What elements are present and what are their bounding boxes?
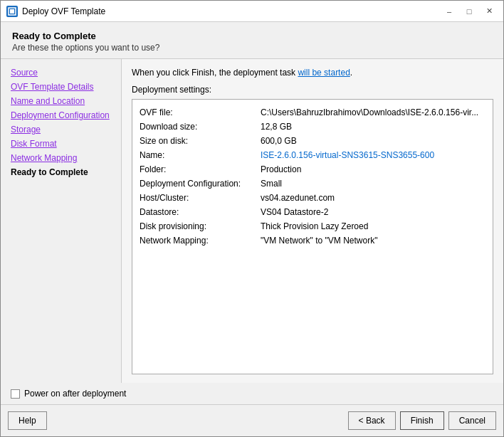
power-on-row: Power on after deployment <box>1 383 503 404</box>
sidebar-item-storage[interactable]: Storage <box>8 123 114 136</box>
footer-left: Help <box>8 411 47 430</box>
settings-key-1: Download size: <box>140 122 261 132</box>
settings-value-8: Thick Provision Lazy Zeroed <box>261 221 485 231</box>
deployment-settings-label: Deployment settings: <box>132 85 493 95</box>
settings-row-0: OVF file:C:\Users\BahruzIbrahimov\Downlo… <box>140 105 485 120</box>
settings-key-5: Deployment Configuration: <box>140 179 261 189</box>
settings-value-2: 600,0 GB <box>261 136 485 146</box>
settings-row-9: Network Mapping:"VM Network" to "VM Netw… <box>140 233 485 248</box>
sidebar-item-deployment-configuration[interactable]: Deployment Configuration <box>8 109 114 122</box>
info-text-after: . <box>350 68 352 78</box>
settings-row-3: Name:ISE-2.6.0.156-virtual-SNS3615-SNS36… <box>140 148 485 162</box>
minimize-button[interactable]: – <box>441 5 458 18</box>
settings-value-6: vs04.azedunet.com <box>261 193 485 203</box>
settings-row-5: Deployment Configuration:Small <box>140 177 485 191</box>
main-area: SourceOVF Template DetailsName and Locat… <box>1 59 503 383</box>
back-button[interactable]: < Back <box>348 411 396 430</box>
settings-key-2: Size on disk: <box>140 136 261 146</box>
power-on-label: Power on after deployment <box>24 389 126 399</box>
svg-rect-1 <box>10 9 14 14</box>
settings-key-4: Folder: <box>140 164 261 174</box>
page-title: Ready to Complete <box>12 31 492 41</box>
settings-row-1: Download size:12,8 GB <box>140 120 485 134</box>
sidebar-item-name-and-location[interactable]: Name and Location <box>8 95 114 107</box>
header: Ready to Complete Are these the options … <box>1 22 503 58</box>
sidebar-item-network-mapping[interactable]: Network Mapping <box>8 152 114 164</box>
window-icon <box>6 6 18 17</box>
settings-value-4: Production <box>261 164 485 174</box>
settings-key-7: Datastore: <box>140 207 261 217</box>
sidebar-item-ovf-template-details[interactable]: OVF Template Details <box>8 80 114 93</box>
sidebar-item-disk-format[interactable]: Disk Format <box>8 137 114 150</box>
power-on-checkbox[interactable] <box>11 389 20 399</box>
content-area: Ready to Complete Are these the options … <box>1 22 503 436</box>
footer-right: < Back Finish Cancel <box>348 411 496 430</box>
deploy-ovf-window: Deploy OVF Template – □ ✕ Ready to Compl… <box>0 0 504 437</box>
titlebar: Deploy OVF Template – □ ✕ <box>1 1 503 22</box>
settings-value-9: "VM Network" to "VM Network" <box>261 236 485 246</box>
info-text-before: When you click Finish, the deployment ta… <box>132 68 298 78</box>
sidebar: SourceOVF Template DetailsName and Locat… <box>1 59 122 383</box>
help-button[interactable]: Help <box>8 411 47 430</box>
settings-value-7: VS04 Datastore-2 <box>261 207 485 217</box>
info-text-link: will be started <box>298 68 350 78</box>
cancel-button[interactable]: Cancel <box>448 411 496 430</box>
maximize-button[interactable]: □ <box>461 5 478 18</box>
settings-key-0: OVF file: <box>140 107 261 117</box>
panel: When you click Finish, the deployment ta… <box>122 59 503 383</box>
settings-value-0: C:\Users\BahruzIbrahimov\Downloads\ISE-2… <box>261 107 485 117</box>
close-button[interactable]: ✕ <box>481 5 498 18</box>
settings-box: OVF file:C:\Users\BahruzIbrahimov\Downlo… <box>132 99 493 374</box>
finish-button[interactable]: Finish <box>400 411 444 430</box>
sidebar-item-ready-to-complete: Ready to Complete <box>8 166 114 179</box>
sidebar-item-source[interactable]: Source <box>8 66 114 79</box>
settings-row-4: Folder:Production <box>140 162 485 177</box>
settings-value-5: Small <box>261 179 485 189</box>
page-subtitle: Are these the options you want to use? <box>12 43 492 53</box>
settings-key-3: Name: <box>140 150 261 160</box>
settings-value-3: ISE-2.6.0.156-virtual-SNS3615-SNS3655-60… <box>261 150 485 160</box>
settings-row-6: Host/Cluster:vs04.azedunet.com <box>140 191 485 205</box>
settings-row-2: Size on disk:600,0 GB <box>140 134 485 148</box>
settings-row-8: Disk provisioning:Thick Provision Lazy Z… <box>140 219 485 233</box>
window-controls: – □ ✕ <box>441 5 498 18</box>
settings-key-9: Network Mapping: <box>140 236 261 246</box>
panel-info: When you click Finish, the deployment ta… <box>132 68 493 78</box>
settings-value-1: 12,8 GB <box>261 122 485 132</box>
settings-row-7: Datastore:VS04 Datastore-2 <box>140 205 485 219</box>
window-title: Deploy OVF Template <box>22 6 441 16</box>
settings-key-6: Host/Cluster: <box>140 193 261 203</box>
settings-key-8: Disk provisioning: <box>140 221 261 231</box>
footer: Help < Back Finish Cancel <box>1 405 503 436</box>
